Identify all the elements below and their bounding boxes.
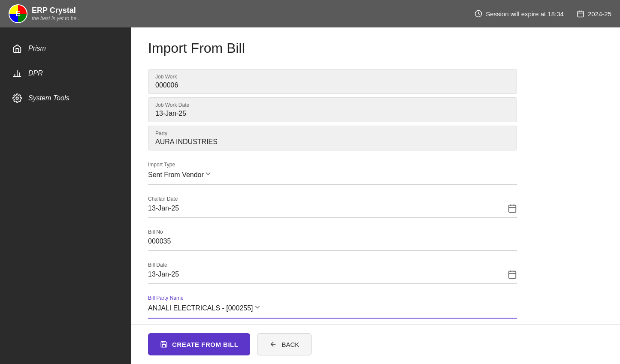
sidebar-item-prism[interactable]: Prism [0,36,131,61]
bill-party-name-dropdown-icon[interactable] [253,303,262,313]
job-work-date-value: 13-Jan-25 [155,110,510,117]
clock-icon [475,10,482,18]
challan-date-calendar-icon[interactable] [508,204,517,213]
bill-no-input[interactable] [148,237,517,246]
bill-date-calendar-icon[interactable] [508,270,517,279]
import-type-label: Import Type [148,162,517,168]
home-icon [12,44,22,53]
logo-area: E ERP Crystal the best is yet to be.. [9,4,79,23]
sidebar: Prism DPR System Tools [0,27,131,364]
sidebar-item-dpr[interactable]: DPR [0,61,131,86]
job-work-field: Job Work 000006 [148,69,517,94]
back-button[interactable]: BACK [257,333,312,355]
bottom-actions: CREATE FROM BILL BACK [131,324,620,364]
bill-date-field: Bill Date [148,258,517,284]
challan-date-input[interactable] [148,204,508,213]
challan-date-label: Challan Date [148,196,517,202]
gear-icon [12,93,22,103]
form-container: Job Work 000006 Job Work Date 13-Jan-25 … [148,69,517,319]
svg-rect-10 [509,205,516,213]
session-info: Session will expire at 18:34 [475,10,564,18]
bill-party-name-row: ANJALI ELECTRICALS - [000255] [148,303,517,313]
job-work-label: Job Work [155,74,510,80]
calendar-icon [577,10,584,18]
svg-point-9 [16,97,18,99]
sidebar-item-system-tools[interactable]: System Tools [0,86,131,111]
challan-date-field: Challan Date [148,192,517,218]
import-type-dropdown-icon[interactable] [204,169,212,180]
svg-rect-1 [578,11,584,17]
job-work-date-field: Job Work Date 13-Jan-25 [148,97,517,122]
brand: ERP Crystal the best is yet to be.. [32,6,79,21]
bill-party-name-label: Bill Party Name [148,295,517,301]
import-type-value: Sent From Vendor [148,171,204,179]
bill-no-field: Bill No [148,225,517,251]
bill-party-name-value: ANJALI ELECTRICALS - [000255] [148,304,253,312]
bill-party-name-field: Bill Party Name ANJALI ELECTRICALS - [00… [148,291,517,319]
save-icon [160,340,168,348]
sidebar-item-dpr-label: DPR [28,69,43,77]
topbar: E ERP Crystal the best is yet to be.. Se… [0,0,620,27]
brand-name: ERP Crystal [32,6,79,15]
party-value: AURA INDUSTRIES [155,138,510,146]
content-area: Import From Bill Job Work 000006 Job Wor… [131,27,620,324]
bill-no-row [148,237,517,246]
create-from-bill-label: CREATE FROM BILL [172,341,238,348]
job-work-date-label: Job Work Date [155,102,510,108]
main-layout: Prism DPR System Tools [0,27,620,364]
topbar-right: Session will expire at 18:34 2024-25 [475,10,611,18]
bill-no-label: Bill No [148,229,517,235]
session-label: Session will expire at 18:34 [486,10,564,18]
import-type-row: Sent From Vendor [148,169,517,180]
import-type-field: Import Type Sent From Vendor [148,157,517,185]
logo-icon: E [9,4,27,23]
bill-date-input[interactable] [148,270,508,279]
bill-date-label: Bill Date [148,262,517,268]
arrow-left-icon [269,340,277,348]
job-work-value: 000006 [155,81,510,89]
year-label: 2024-25 [588,10,611,18]
year-info: 2024-25 [577,10,611,18]
bill-date-row [148,270,517,279]
party-label: Party [155,130,510,136]
brand-tagline: the best is yet to be.. [32,15,79,21]
back-label: BACK [281,341,299,348]
create-from-bill-button[interactable]: CREATE FROM BILL [148,333,250,355]
challan-date-row [148,204,517,213]
party-field: Party AURA INDUSTRIES [148,126,517,150]
svg-rect-14 [509,271,516,279]
bar-chart-icon [12,69,22,78]
sidebar-item-prism-label: Prism [28,45,46,52]
page-title: Import From Bill [148,40,603,56]
sidebar-item-system-tools-label: System Tools [28,94,69,102]
